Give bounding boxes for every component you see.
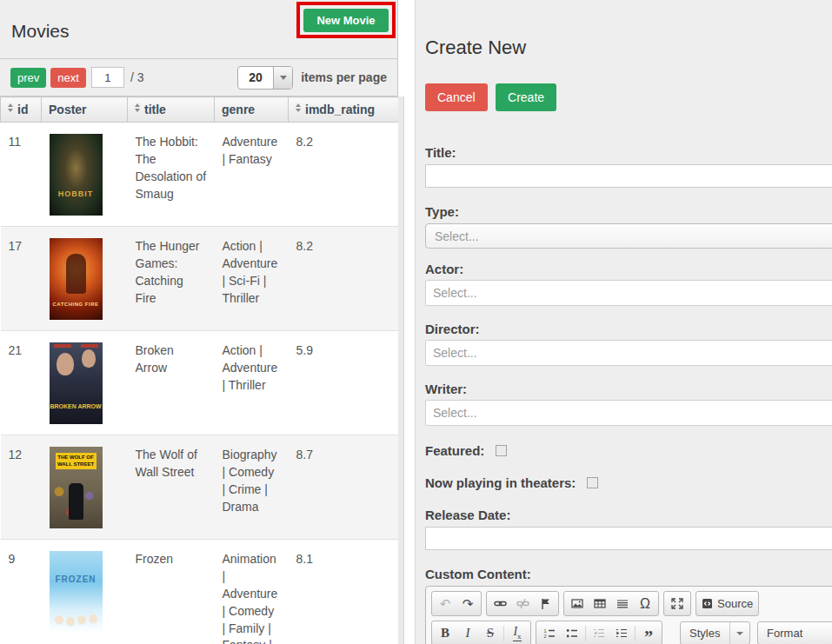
outdent-icon[interactable]	[588, 622, 610, 644]
next-page-button[interactable]: next	[50, 68, 86, 88]
chevron-down-icon	[729, 622, 749, 644]
bulleted-list-icon[interactable]	[561, 622, 583, 644]
cell-genre: Biography | Comedy | Crime | Drama	[215, 435, 289, 540]
table-scrollbar[interactable]	[398, 96, 404, 644]
cancel-button[interactable]: Cancel	[425, 83, 488, 111]
rich-text-editor: ↶ ↷	[425, 586, 832, 644]
cell-imdb-rating: 5.9	[289, 331, 400, 435]
cell-genre: Animation | Adventure | Comedy | Family …	[215, 540, 289, 644]
table-row[interactable]: 11 HOBBIT The Hobbit: The Desolation of …	[1, 123, 400, 227]
page-total-label: / 3	[130, 70, 144, 84]
column-header-title[interactable]: title	[128, 97, 215, 123]
numbered-list-icon[interactable]: 12	[538, 622, 561, 644]
special-character-icon[interactable]: Ω	[634, 593, 656, 614]
movies-grid-panel: Movies New Movie prev next / 3 20 items …	[0, 0, 398, 644]
anchor-flag-icon[interactable]	[534, 593, 556, 614]
items-per-page-label: items per page	[301, 70, 387, 84]
page-size-dropdown-button[interactable]	[273, 67, 292, 89]
column-label: genre	[222, 103, 255, 116]
unlink-icon[interactable]	[511, 593, 534, 614]
type-label: Type:	[425, 204, 832, 219]
maximize-icon[interactable]	[666, 593, 689, 614]
release-date-input[interactable]	[425, 527, 832, 550]
cell-imdb-rating: 8.2	[289, 227, 400, 331]
column-header-poster[interactable]: Poster	[42, 97, 128, 123]
source-button[interactable]: Source	[698, 593, 756, 614]
redo-icon[interactable]: ↷	[456, 593, 479, 614]
poster-title-text: HOBBIT	[50, 189, 103, 200]
table-row[interactable]: 17 CATCHING FIRE The Hunger Games: Catch…	[1, 227, 400, 331]
new-movie-button[interactable]: New Movie	[303, 9, 389, 32]
format-dropdown[interactable]: Format	[757, 621, 832, 644]
create-new-panel: Create New Cancel Create Title: Type: Ac…	[415, 0, 832, 644]
column-header-genre[interactable]: genre	[215, 97, 289, 123]
cell-title: The Hunger Games: Catching Fire	[128, 227, 215, 331]
cell-id: 17	[1, 227, 42, 331]
cell-imdb-rating: 8.2	[289, 123, 400, 227]
format-dropdown-label: Format	[767, 627, 832, 640]
bold-button[interactable]: B	[434, 622, 456, 644]
cell-id: 21	[1, 331, 42, 435]
italic-button[interactable]: I	[456, 622, 479, 644]
poster-title-text: THE WOLF OF WALL STREET	[56, 453, 97, 469]
svg-text:2: 2	[544, 634, 547, 639]
page-size-select[interactable]: 20	[237, 66, 293, 90]
table-row[interactable]: 21 BROKEN ARROW Broken Arrow Action | Ad…	[1, 331, 400, 435]
table-row[interactable]: 12 THE WOLF OF WALL STREET The Wolf of W…	[1, 435, 400, 540]
actor-label: Actor:	[425, 262, 832, 276]
page-number-input[interactable]	[91, 67, 124, 88]
red-highlight-annotation: New Movie	[296, 2, 396, 38]
featured-checkbox[interactable]	[496, 445, 507, 456]
image-icon[interactable]	[566, 593, 589, 614]
cell-genre: Action | Adventure | Sci-Fi | Thriller	[215, 227, 289, 331]
writer-select[interactable]	[425, 400, 832, 426]
sort-icon	[135, 103, 140, 112]
blockquote-icon[interactable]: ”	[637, 626, 660, 644]
now-playing-checkbox[interactable]	[587, 477, 598, 488]
page-size-value: 20	[238, 67, 273, 89]
horizontal-rule-icon[interactable]	[611, 593, 634, 614]
column-header-id[interactable]: id	[1, 97, 42, 123]
cell-id: 12	[1, 435, 42, 540]
custom-content-label: Custom Content:	[425, 567, 832, 581]
cell-imdb-rating: 8.7	[289, 435, 400, 540]
type-select[interactable]	[425, 223, 832, 249]
table-icon[interactable]	[589, 593, 611, 614]
strikethrough-button[interactable]: S	[479, 622, 502, 644]
remove-format-button[interactable]: Ix	[506, 622, 529, 644]
sort-icon	[8, 103, 13, 112]
title-label: Title:	[425, 145, 832, 160]
director-select[interactable]	[425, 340, 832, 366]
featured-label: Featured:	[425, 443, 484, 458]
table-header-row: id Poster title genre imdb_rating	[1, 97, 400, 123]
undo-icon[interactable]: ↶	[434, 593, 456, 614]
cell-title: Frozen	[128, 540, 215, 644]
styles-dropdown-label: Styles	[689, 627, 729, 640]
movie-poster: HOBBIT	[50, 134, 103, 216]
actor-select[interactable]	[425, 280, 832, 306]
page-title: Movies	[11, 21, 70, 42]
sort-icon	[296, 103, 301, 112]
movies-table: id Poster title genre imdb_rating 11	[0, 96, 400, 644]
styles-dropdown[interactable]: Styles	[680, 621, 750, 644]
column-header-imdb-rating[interactable]: imdb_rating	[289, 97, 400, 123]
cell-genre: Action | Adventure | Thriller	[215, 331, 289, 435]
pager-bar: prev next / 3 20 items per page	[0, 59, 398, 96]
table-row[interactable]: 9 FROZEN Frozen Animation | Adventure | …	[1, 540, 400, 644]
column-label: title	[144, 103, 166, 116]
poster-title-text: FROZEN	[50, 574, 103, 586]
movie-poster: BROKEN ARROW	[50, 342, 103, 424]
chevron-down-icon	[280, 76, 287, 80]
indent-icon[interactable]	[610, 622, 633, 644]
cell-id: 9	[1, 540, 42, 644]
source-button-label: Source	[717, 597, 753, 610]
poster-title-text: BROKEN ARROW	[50, 402, 103, 411]
cell-genre: Adventure | Fantasy	[215, 123, 289, 227]
writer-label: Writer:	[425, 382, 832, 396]
column-label: imdb_rating	[305, 103, 375, 116]
create-button[interactable]: Create	[496, 83, 556, 111]
prev-page-button[interactable]: prev	[10, 68, 46, 88]
panel-title: Create New	[425, 37, 832, 59]
link-icon[interactable]	[489, 593, 511, 614]
title-input[interactable]	[425, 164, 832, 188]
